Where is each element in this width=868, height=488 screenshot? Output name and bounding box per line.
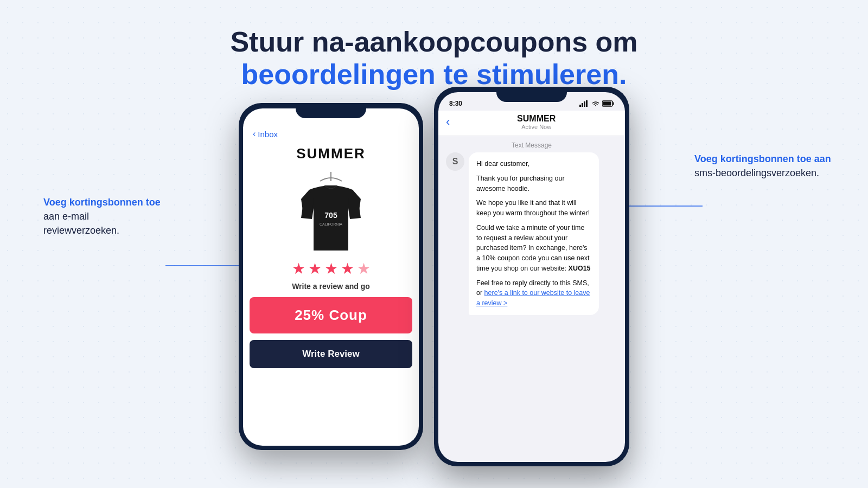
annotation-left-text: Voeg kortingsbonnen toe aan e-mail revie… (43, 195, 163, 237)
annotation-right-highlight: Voeg kortingsbonnen toe aan (694, 153, 831, 164)
sms-section-label: Text Message (438, 136, 625, 152)
battery-icon (602, 100, 614, 107)
sms-message-row: S Hi dear customer, Thank you for purcha… (446, 152, 617, 315)
sms-msg-p1: Hi dear customer, (476, 159, 591, 169)
email-brand: SUMMER (243, 143, 419, 168)
email-phone-notch (296, 103, 366, 118)
email-coupon-banner: 25% Coup (250, 297, 412, 333)
phone-sms: 8:30 (434, 87, 629, 466)
annotation-left-highlight: Voeg kortingsbonnen toe (43, 197, 161, 208)
sms-msg-p3: We hope you like it and that it will kee… (476, 198, 591, 219)
svg-rect-7 (579, 105, 581, 107)
phone-email: ‹ Inbox SUMMER (239, 103, 423, 450)
sms-msg-p4: Could we take a minute of your time to r… (476, 223, 591, 274)
star-2: ★ (308, 260, 322, 278)
svg-rect-12 (603, 102, 611, 106)
phones-area: ‹ Inbox SUMMER (239, 87, 629, 477)
write-review-button[interactable]: Write Review (250, 340, 412, 368)
svg-rect-9 (584, 101, 585, 107)
back-arrow-icon: ‹ (253, 129, 256, 139)
coupon-code: XUO15 (569, 265, 591, 272)
sms-time: 8:30 (449, 100, 462, 107)
sms-header: ‹ SUMMER Active Now (438, 111, 625, 136)
annotation-right-rest: sms-beoordelingsverzoeken. (694, 168, 819, 178)
sms-contact-info: SUMMER Active Now (455, 114, 617, 130)
heading-line1: Stuur na-aankoopcoupons om (0, 26, 868, 59)
inbox-label: Inbox (258, 130, 278, 139)
page-root: Stuur na-aankoopcoupons om beoordelingen… (0, 0, 868, 488)
sms-avatar-letter: S (452, 157, 458, 166)
svg-text:CALIFORNIA: CALIFORNIA (320, 222, 342, 226)
heading-section: Stuur na-aankoopcoupons om beoordelingen… (0, 0, 868, 91)
sms-phone-notch (496, 87, 567, 102)
heading-line2: beoordelingen te stimuleren. (0, 59, 868, 91)
annotation-right: Voeg kortingsbonnen toe aan sms-beoordel… (694, 152, 835, 180)
sms-status-icons (579, 100, 614, 107)
annotation-left: Voeg kortingsbonnen toe aan e-mail revie… (43, 195, 163, 237)
stars-row: ★ ★ ★ ★ ★ (243, 260, 419, 278)
svg-text:705: 705 (324, 211, 337, 220)
sms-messages: S Hi dear customer, Thank you for purcha… (438, 152, 625, 324)
signal-icon (579, 100, 589, 107)
sms-contact-name: SUMMER (455, 114, 617, 124)
star-5: ★ (357, 260, 371, 278)
star-1: ★ (292, 260, 305, 278)
email-phone-screen: ‹ Inbox SUMMER (243, 108, 419, 446)
sms-back-icon[interactable]: ‹ (446, 115, 450, 129)
review-link[interactable]: here's a link to our website to leave a … (476, 289, 590, 307)
email-review-text: Write a review and go (243, 282, 419, 291)
hoodie-image: 705 CALIFORNIA (288, 168, 374, 254)
sms-msg-p5: Feel free to reply directly to this SMS,… (476, 278, 591, 309)
annotation-left-rest: aan e-mail reviewverzoeken. (43, 211, 119, 236)
sms-contact-status: Active Now (455, 124, 617, 130)
sms-phone-screen: 8:30 (438, 92, 625, 462)
sms-msg-p2: Thank you for purchasing our awesome hoo… (476, 174, 591, 194)
svg-rect-10 (586, 100, 588, 107)
star-3: ★ (324, 260, 338, 278)
svg-rect-8 (582, 103, 583, 107)
wifi-icon (591, 100, 600, 107)
sms-avatar: S (446, 152, 464, 171)
annotation-right-text: Voeg kortingsbonnen toe aan sms-beoordel… (694, 152, 835, 180)
star-4: ★ (341, 260, 354, 278)
sms-bubble: Hi dear customer, Thank you for purchasi… (469, 152, 599, 315)
svg-rect-13 (613, 102, 614, 105)
